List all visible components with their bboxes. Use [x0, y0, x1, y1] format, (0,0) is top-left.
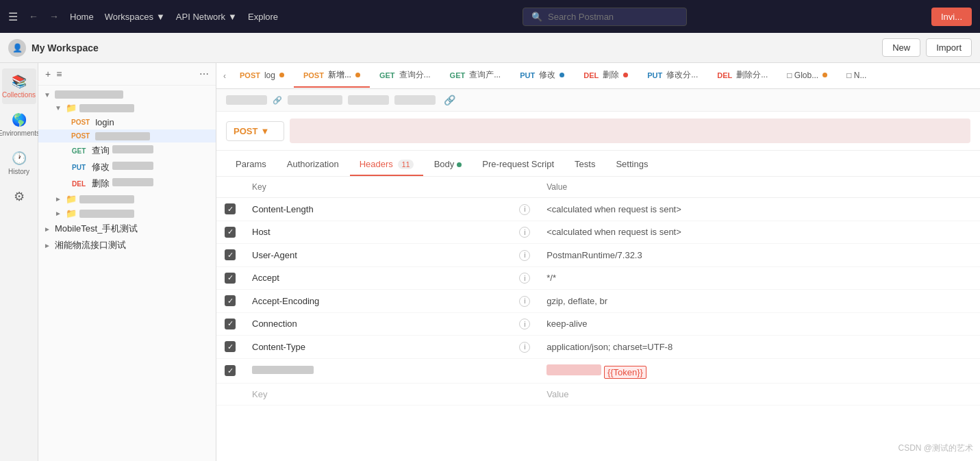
search-input[interactable]: [548, 12, 678, 22]
checkbox-content-length[interactable]: ✓: [225, 203, 236, 214]
tab-put-modify[interactable]: PUT 修改: [510, 64, 574, 88]
tab-dot-log: [279, 73, 284, 77]
tree-folder2-toggle-icon: ►: [55, 195, 63, 203]
tree-collection3-toggle-icon: ►: [44, 242, 52, 249]
method-chevron-icon: ▼: [260, 126, 269, 136]
tab-method-del-cat: DEL: [717, 71, 732, 79]
params-label: Params: [236, 159, 266, 169]
tab-authorization[interactable]: Authorization: [277, 153, 349, 176]
tab-get-query-product[interactable]: GET 查询产...: [440, 64, 511, 88]
tree-collection3[interactable]: ► 湘能物流接口测试: [38, 237, 216, 253]
tab-put-modify-cat[interactable]: PUT 修改分...: [638, 64, 707, 88]
path-segment2: [288, 95, 342, 105]
tab-settings[interactable]: Settings: [606, 153, 657, 176]
tabs-collapse-button[interactable]: ‹: [219, 71, 230, 81]
tab-get-query[interactable]: GET 查询分...: [370, 64, 440, 88]
tab-label-delete-cat: 删除分...: [736, 69, 768, 81]
info-icon-connection[interactable]: i: [519, 319, 530, 329]
tree-folder3[interactable]: ► 📁: [38, 206, 216, 221]
body-label: Body: [434, 159, 462, 169]
sort-button[interactable]: ≡: [56, 68, 62, 79]
tab-del-delete-cat[interactable]: DEL 删除分...: [707, 64, 777, 88]
tree-item-put-label: 修改: [92, 161, 210, 173]
sidebar-item-collections[interactable]: 📚 Collections: [2, 68, 36, 104]
tree-collection2[interactable]: ► MobileTest_手机测试: [38, 221, 216, 237]
tab-del-delete[interactable]: DEL 删除: [574, 64, 638, 88]
import-button[interactable]: Import: [926, 38, 972, 57]
info-icon-user-agent[interactable]: i: [519, 250, 530, 261]
checkbox-content-type[interactable]: ✓: [225, 341, 236, 352]
tree-item-get-query[interactable]: GET 查询: [38, 142, 216, 159]
table-row: ✓ Accept i */*: [216, 266, 980, 290]
checkbox-connection[interactable]: ✓: [225, 319, 236, 329]
forward-arrow-icon[interactable]: →: [49, 11, 59, 22]
search-area: 🔍: [289, 8, 920, 26]
add-collection-button[interactable]: +: [45, 68, 51, 79]
tab-label-new: 新增...: [328, 69, 351, 81]
value-token-cell: {{Token}}: [538, 358, 980, 383]
sidebar-item-mock[interactable]: ⚙: [2, 184, 36, 212]
checkbox-token-row[interactable]: ✓: [225, 365, 236, 376]
request-area: 🔗 🔗 POST ▼ Params Authori: [216, 89, 980, 461]
checkbox-accept[interactable]: ✓: [225, 273, 236, 284]
api-network-dropdown[interactable]: API Network ▼: [176, 12, 237, 22]
tree-item-login[interactable]: POST login: [38, 115, 216, 129]
tab-params[interactable]: Params: [226, 153, 276, 176]
tree-item-login-label: login: [95, 117, 210, 127]
request-path-bar: 🔗 🔗: [216, 89, 980, 112]
new-button[interactable]: New: [882, 38, 920, 57]
col-info: [511, 177, 538, 198]
tab-n[interactable]: □ N...: [837, 65, 876, 87]
key-connection: Connection: [244, 312, 511, 336]
tab-dot-new: [355, 73, 360, 77]
tab-post-new[interactable]: POST 新增...: [294, 64, 370, 88]
tab-headers[interactable]: Headers 11: [350, 153, 423, 176]
sidebar-item-environments[interactable]: 🌎 Environments: [2, 107, 36, 142]
tree-item-del-delete[interactable]: DEL 删除: [38, 175, 216, 192]
tab-body[interactable]: Body: [425, 153, 472, 176]
more-options-button[interactable]: ⋯: [199, 68, 209, 79]
key-blurred: [252, 366, 314, 374]
tab-dot-delete: [623, 73, 628, 77]
table-input-row: Key Value: [216, 383, 980, 405]
tab-dot-glob: [822, 73, 827, 77]
tree-folder1[interactable]: ▼ 📁: [38, 101, 216, 115]
tab-method-get-product: GET: [450, 71, 466, 79]
tab-tests[interactable]: Tests: [565, 153, 605, 176]
tree-root-item[interactable]: ▼: [38, 88, 216, 101]
tree-folder2-label: [79, 195, 134, 203]
tab-glob[interactable]: □ Glob...: [777, 65, 837, 87]
environments-icon: 🌎: [12, 112, 27, 127]
home-link[interactable]: Home: [70, 12, 94, 22]
url-input[interactable]: [290, 119, 970, 143]
tree-folder2[interactable]: ► 📁: [38, 192, 216, 206]
info-icon-host[interactable]: i: [519, 227, 530, 238]
info-icon-content-type[interactable]: i: [519, 342, 530, 353]
explore-link[interactable]: Explore: [248, 12, 278, 22]
info-icon-accept[interactable]: i: [519, 273, 530, 284]
search-box[interactable]: 🔍: [523, 8, 687, 26]
back-arrow-icon[interactable]: ←: [29, 11, 38, 22]
method-badge-del: DEL: [68, 179, 89, 188]
table-row: ✓ Content-Length i <calculated when requ…: [216, 198, 980, 221]
tree-item-post-blurred[interactable]: POST: [38, 129, 216, 142]
key-user-agent: User-Agent: [244, 244, 511, 267]
invite-button[interactable]: Invi...: [931, 8, 972, 26]
tab-post-log[interactable]: POST log: [230, 65, 294, 87]
tab-label-log: log: [264, 71, 275, 80]
checkbox-host[interactable]: ✓: [225, 227, 236, 238]
key-placeholder-label[interactable]: Key: [252, 389, 267, 399]
tree-item-put-modify[interactable]: PUT 修改: [38, 159, 216, 175]
tab-prerequest[interactable]: Pre-request Script: [473, 153, 564, 176]
checkbox-user-agent[interactable]: ✓: [225, 249, 236, 260]
tab-label-delete: 删除: [603, 69, 619, 81]
sidebar-item-history[interactable]: 🕐 History: [2, 145, 36, 181]
hamburger-icon[interactable]: ☰: [8, 10, 18, 23]
method-badge-put: PUT: [68, 163, 89, 172]
value-placeholder-label[interactable]: Value: [546, 389, 568, 399]
checkbox-accept-encoding[interactable]: ✓: [225, 295, 236, 306]
info-icon-accept-encoding[interactable]: i: [519, 296, 530, 307]
info-icon-content-length[interactable]: i: [519, 204, 530, 215]
workspaces-dropdown[interactable]: Workspaces ▼: [105, 12, 165, 22]
method-selector[interactable]: POST ▼: [226, 121, 284, 141]
